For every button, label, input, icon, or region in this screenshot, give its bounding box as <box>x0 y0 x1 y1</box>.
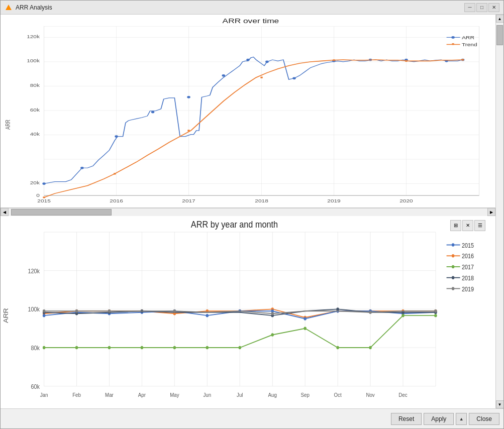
chart-arr-over-time: 0 20k 40k 60k 80k 100k 120k 2015 2016 20… <box>1 15 495 208</box>
svg-text:ARR: ARR <box>3 308 10 323</box>
svg-point-119 <box>304 317 306 320</box>
maximize-button[interactable]: □ <box>476 3 487 12</box>
svg-text:ARR: ARR <box>462 35 475 40</box>
chart-arr-by-year-month: ⊞ ✕ ☰ <box>1 216 495 409</box>
svg-rect-48 <box>114 173 116 174</box>
toolbar-icon-2[interactable]: ✕ <box>462 220 473 231</box>
svg-text:120k: 120k <box>27 35 40 39</box>
svg-text:ARR by year and month: ARR by year and month <box>191 219 278 230</box>
svg-rect-51 <box>333 59 335 61</box>
svg-point-130 <box>239 346 241 349</box>
svg-text:Sep: Sep <box>301 391 310 398</box>
svg-point-150 <box>369 310 371 313</box>
svg-point-151 <box>434 309 437 312</box>
svg-text:0: 0 <box>36 193 40 198</box>
toolbar-icon-3[interactable]: ☰ <box>474 220 485 231</box>
svg-point-148 <box>173 309 176 312</box>
scroll-thumb[interactable] <box>496 25 503 45</box>
close-button[interactable]: Close <box>469 413 499 425</box>
main-content: 0 20k 40k 60k 80k 100k 120k 2015 2016 20… <box>1 15 503 408</box>
close-window-button[interactable]: ✕ <box>488 3 499 12</box>
nav-up-button[interactable]: ▲ <box>456 413 467 425</box>
svg-text:100k: 100k <box>27 59 40 63</box>
svg-text:2020: 2020 <box>399 199 413 203</box>
svg-text:ARR over time: ARR over time <box>223 18 279 25</box>
svg-point-153 <box>452 243 454 246</box>
apply-button[interactable]: Apply <box>424 413 454 425</box>
charts-area: 0 20k 40k 60k 80k 100k 120k 2015 2016 20… <box>1 15 495 408</box>
scroll-up-button[interactable]: ▲ <box>496 15 504 23</box>
svg-point-136 <box>434 313 437 316</box>
svg-point-147 <box>108 309 111 312</box>
scroll-track-h <box>9 208 487 216</box>
scroll-track <box>496 23 503 400</box>
svg-point-124 <box>43 346 45 349</box>
svg-point-116 <box>206 313 209 316</box>
svg-point-162 <box>452 276 454 279</box>
svg-text:80k: 80k <box>30 83 40 88</box>
svg-point-40 <box>265 61 268 63</box>
minimize-button[interactable]: ─ <box>464 3 475 12</box>
chart1-scrollbar-h[interactable]: ◀ ▶ <box>1 208 495 216</box>
svg-text:100k: 100k <box>28 305 40 313</box>
chart2-svg: 60k 80k 100k 120k Jan Feb Mar Apr May Ju… <box>1 216 495 409</box>
scroll-down-button[interactable]: ▼ <box>496 400 504 408</box>
svg-text:Jul: Jul <box>237 391 243 398</box>
svg-text:80k: 80k <box>31 344 40 352</box>
svg-text:Jan: Jan <box>40 391 48 398</box>
svg-point-134 <box>369 346 371 349</box>
scroll-thumb-h[interactable] <box>11 209 112 216</box>
svg-rect-53 <box>462 59 464 60</box>
svg-point-126 <box>108 346 111 349</box>
svg-rect-58 <box>452 43 454 45</box>
svg-point-33 <box>42 182 45 185</box>
svg-point-131 <box>271 333 274 336</box>
svg-text:2018: 2018 <box>462 274 474 281</box>
svg-text:2017: 2017 <box>462 263 474 271</box>
svg-point-159 <box>452 265 454 268</box>
svg-point-39 <box>246 59 249 61</box>
svg-text:ARR: ARR <box>5 120 12 130</box>
toolbar-icon-1[interactable]: ⊞ <box>450 220 461 231</box>
svg-point-165 <box>452 287 454 290</box>
svg-point-135 <box>401 313 404 316</box>
svg-point-145 <box>43 309 45 312</box>
svg-text:120k: 120k <box>28 267 40 274</box>
svg-point-156 <box>452 254 454 257</box>
svg-text:40k: 40k <box>30 132 40 137</box>
svg-text:2016: 2016 <box>110 199 123 203</box>
chart1-svg: 0 20k 40k 60k 80k 100k 120k 2015 2016 20… <box>1 15 495 207</box>
vertical-scrollbar[interactable]: ▲ ▼ <box>495 15 503 408</box>
svg-text:60k: 60k <box>30 108 40 112</box>
svg-point-111 <box>43 313 45 316</box>
svg-rect-49 <box>187 130 189 131</box>
scroll-left-button[interactable]: ◀ <box>1 208 9 216</box>
svg-text:Apr: Apr <box>138 391 146 398</box>
svg-point-127 <box>141 346 143 349</box>
svg-point-41 <box>292 77 295 79</box>
scroll-right-button[interactable]: ▶ <box>487 208 495 216</box>
svg-text:60k: 60k <box>31 382 40 390</box>
reset-button[interactable]: Reset <box>391 413 422 425</box>
svg-text:Trend: Trend <box>462 42 477 47</box>
main-window: ARR Analysis ─ □ ✕ <box>0 0 504 429</box>
svg-text:2015: 2015 <box>462 241 474 249</box>
svg-rect-52 <box>405 60 407 62</box>
svg-point-38 <box>222 74 225 77</box>
window-title: ARR Analysis <box>16 4 464 11</box>
svg-marker-0 <box>6 5 12 10</box>
svg-text:Jun: Jun <box>203 391 211 398</box>
svg-text:2015: 2015 <box>37 199 51 203</box>
svg-text:2017: 2017 <box>182 199 195 203</box>
svg-point-133 <box>336 346 339 349</box>
svg-text:Aug: Aug <box>268 391 277 398</box>
svg-point-149 <box>271 312 274 315</box>
chart2-toolbar: ⊞ ✕ ☰ <box>450 220 485 231</box>
svg-point-142 <box>336 307 339 310</box>
svg-text:Nov: Nov <box>366 391 375 398</box>
svg-text:Mar: Mar <box>105 391 114 398</box>
svg-point-128 <box>173 346 176 349</box>
svg-text:May: May <box>170 391 179 398</box>
svg-text:2019: 2019 <box>462 285 474 292</box>
title-bar: ARR Analysis ─ □ ✕ <box>1 1 503 15</box>
